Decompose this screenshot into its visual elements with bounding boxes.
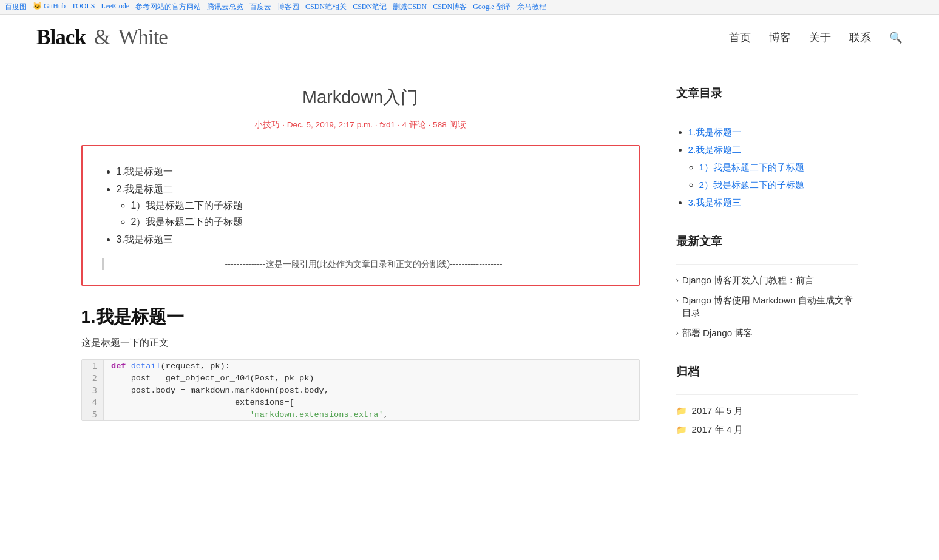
- code-row: 1 def detail(request, pk):: [82, 360, 639, 372]
- code-content: post.body = markdown.markdown(post.body,: [104, 384, 639, 396]
- sidebar-toc-list: 1.我是标题一 2.我是标题二 1）我是标题二下的子标题 2）我是标题二下的子标…: [676, 126, 858, 209]
- bookmark-bar: 百度图 🐱 GitHub TOOLS LeetCode 参考网站的官方网站 腾讯…: [0, 0, 939, 15]
- line-number: 3: [82, 384, 104, 396]
- sidebar-archive-link[interactable]: 2017 年 5 月: [692, 405, 744, 417]
- code-table: 1 def detail(request, pk): 2 post = get_…: [82, 360, 639, 420]
- article-title: Markdown入门: [81, 86, 640, 110]
- logo-white: White: [118, 25, 168, 49]
- bookmark-item[interactable]: 百度云: [249, 2, 271, 12]
- bookmark-item[interactable]: CSDN笔相关: [305, 2, 347, 12]
- bookmark-item[interactable]: 🐱 GitHub: [33, 2, 66, 12]
- site-header: Black & White 首页 博客 关于 联系 🔍: [0, 15, 939, 61]
- section1-heading: 1.我是标题一: [81, 305, 640, 329]
- sidebar-archive-section: 归档 📁 2017 年 5 月 📁 2017 年 4 月: [676, 364, 858, 436]
- code-content: 'markdown.extensions.extra',: [104, 408, 639, 420]
- sidebar-article-link[interactable]: Django 博客使用 Markdown 自动生成文章目录: [682, 294, 858, 320]
- code-row: 4 extensions=[: [82, 396, 639, 408]
- sidebar-archive-item: 📁 2017 年 4 月: [676, 423, 858, 436]
- sidebar-toc-item: 1.我是标题一: [688, 126, 858, 139]
- sidebar-article-item: › Django 博客开发入门教程：前言: [676, 274, 858, 287]
- sidebar: 文章目录 1.我是标题一 2.我是标题二 1）我是标题二下的子标题 2）我是标题…: [676, 86, 858, 460]
- logo-black: Black: [36, 25, 86, 49]
- sidebar-toc-sublink[interactable]: 2）我是标题二下的子标题: [699, 180, 804, 190]
- toc-item: 3.我是标题三: [117, 234, 619, 246]
- sidebar-recent-section: 最新文章 › Django 博客开发入门教程：前言 › Django 博客使用 …: [676, 234, 858, 340]
- code-content: extensions=[: [104, 396, 639, 408]
- divider: [676, 116, 858, 116]
- line-number: 4: [82, 396, 104, 408]
- sidebar-toc-section: 文章目录 1.我是标题一 2.我是标题二 1）我是标题二下的子标题 2）我是标题…: [676, 86, 858, 209]
- arrow-icon: ›: [676, 275, 679, 285]
- site-logo: Black & White: [36, 25, 168, 50]
- bookmark-item[interactable]: CSDN笔记: [353, 2, 387, 12]
- code-content: post = get_object_or_404(Post, pk=pk): [104, 372, 639, 384]
- arrow-icon: ›: [676, 328, 679, 337]
- section1-body: 这是标题一下的正文: [81, 337, 640, 349]
- sidebar-archive-link[interactable]: 2017 年 4 月: [692, 423, 744, 436]
- bookmark-item[interactable]: 亲马教程: [517, 2, 546, 12]
- toc-subitem: 1）我是标题二下的子标题: [131, 200, 619, 212]
- divider: [676, 394, 858, 395]
- line-number: 1: [82, 360, 104, 372]
- code-row: 2 post = get_object_or_404(Post, pk=pk): [82, 372, 639, 384]
- article-area: Markdown入门 小技巧 · Dec. 5, 2019, 2:17 p.m.…: [81, 86, 640, 460]
- sidebar-toc-subitem: 2）我是标题二下的子标题: [699, 179, 858, 192]
- sidebar-toc-sublist: 1）我是标题二下的子标题 2）我是标题二下的子标题: [688, 161, 858, 192]
- sidebar-archive-list: 📁 2017 年 5 月 📁 2017 年 4 月: [676, 405, 858, 436]
- toc-divider: --------------这是一段引用(此处作为文章目录和正文的分割线)---…: [102, 258, 619, 270]
- sidebar-recent-title: 最新文章: [676, 234, 858, 254]
- sidebar-toc-link[interactable]: 1.我是标题一: [688, 127, 742, 137]
- line-number: 5: [82, 408, 104, 420]
- toc-item: 2.我是标题二 1）我是标题二下的子标题 2）我是标题二下的子标题: [117, 183, 619, 229]
- sidebar-toc-title: 文章目录: [676, 86, 858, 106]
- bookmark-item[interactable]: 博客园: [277, 2, 299, 12]
- main-container: Markdown入门 小技巧 · Dec. 5, 2019, 2:17 p.m.…: [45, 61, 895, 485]
- sidebar-toc-item: 3.我是标题三: [688, 197, 858, 209]
- article-meta: 小技巧 · Dec. 5, 2019, 2:17 p.m. · fxd1 · 4…: [81, 120, 640, 130]
- sidebar-article-link[interactable]: 部署 Django 博客: [682, 327, 753, 340]
- sidebar-toc-item: 2.我是标题二 1）我是标题二下的子标题 2）我是标题二下的子标题: [688, 144, 858, 192]
- search-icon[interactable]: 🔍: [889, 32, 903, 44]
- nav-contact[interactable]: 联系: [849, 30, 871, 45]
- sidebar-archive-title: 归档: [676, 364, 858, 385]
- article-toc-box: 1.我是标题一 2.我是标题二 1）我是标题二下的子标题 2）我是标题二下的子标…: [81, 145, 640, 286]
- code-block: 1 def detail(request, pk): 2 post = get_…: [81, 359, 640, 421]
- bookmark-item[interactable]: 百度图: [5, 2, 27, 12]
- toc-subitem: 2）我是标题二下的子标题: [131, 216, 619, 229]
- sidebar-toc-link[interactable]: 2.我是标题二: [688, 144, 742, 155]
- main-nav: 首页 博客 关于 联系 🔍: [729, 30, 903, 45]
- divider: [676, 264, 858, 265]
- logo-amp: &: [94, 25, 110, 49]
- nav-about[interactable]: 关于: [809, 30, 831, 45]
- sidebar-article-item: › 部署 Django 博客: [676, 327, 858, 340]
- bookmark-item[interactable]: TOOLS: [72, 2, 95, 12]
- sidebar-toc-sublink[interactable]: 1）我是标题二下的子标题: [699, 162, 804, 172]
- sidebar-toc-link[interactable]: 3.我是标题三: [688, 197, 742, 207]
- bookmark-item[interactable]: 腾讯云总览: [207, 2, 243, 12]
- sidebar-article-link[interactable]: Django 博客开发入门教程：前言: [682, 274, 814, 287]
- sidebar-recent-list: › Django 博客开发入门教程：前言 › Django 博客使用 Markd…: [676, 274, 858, 340]
- sidebar-archive-item: 📁 2017 年 5 月: [676, 405, 858, 417]
- code-row: 3 post.body = markdown.markdown(post.bod…: [82, 384, 639, 396]
- bookmark-item[interactable]: Google 翻译: [473, 2, 510, 12]
- code-content: def detail(request, pk):: [104, 360, 639, 372]
- bookmark-item[interactable]: LeetCode: [101, 2, 129, 12]
- code-row: 5 'markdown.extensions.extra',: [82, 408, 639, 420]
- bookmark-item[interactable]: 参考网站的官方网站: [135, 2, 201, 12]
- sidebar-toc-subitem: 1）我是标题二下的子标题: [699, 161, 858, 174]
- bookmark-item[interactable]: CSDN博客: [433, 2, 467, 12]
- calendar-icon: 📁: [676, 406, 687, 416]
- nav-blog[interactable]: 博客: [769, 30, 791, 45]
- nav-home[interactable]: 首页: [729, 30, 751, 45]
- toc-item: 1.我是标题一: [117, 166, 619, 178]
- bookmark-item[interactable]: 删减CSDN: [393, 2, 427, 12]
- calendar-icon: 📁: [676, 425, 687, 435]
- line-number: 2: [82, 372, 104, 384]
- arrow-icon: ›: [676, 295, 679, 305]
- sidebar-article-item: › Django 博客使用 Markdown 自动生成文章目录: [676, 294, 858, 320]
- article-toc-list: 1.我是标题一 2.我是标题二 1）我是标题二下的子标题 2）我是标题二下的子标…: [102, 166, 619, 246]
